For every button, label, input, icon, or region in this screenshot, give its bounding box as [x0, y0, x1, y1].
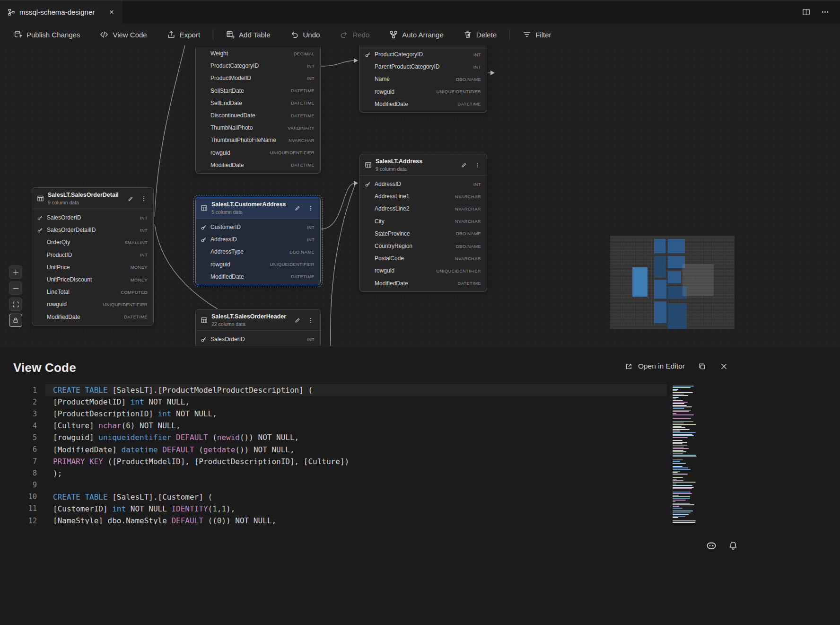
- toolbar-undo-button[interactable]: Undo: [280, 26, 330, 43]
- copy-code-icon[interactable]: [697, 361, 707, 371]
- code-line-4[interactable]: 4[Culture] nchar(6) NOT NULL,: [0, 420, 667, 431]
- minimap-line: [673, 400, 683, 401]
- column-row-ThumbNailPhoto[interactable]: ThumbNailPhotoVARBINARY: [196, 122, 320, 134]
- column-row-SalesOrderID[interactable]: SalesOrderIDINT: [196, 333, 320, 345]
- arrow-head: [490, 70, 495, 75]
- column-row-rowguid[interactable]: rowguidUNIQUEIDENTIFIER: [360, 264, 487, 277]
- column-row-AddressID[interactable]: AddressIDINT: [360, 178, 487, 190]
- column-row-ParentProductCategoryID[interactable]: ParentProductCategoryIDINT: [360, 61, 487, 73]
- code-line-11[interactable]: 11[CustomerID] int NOT NULL IDENTITY(1,1…: [0, 503, 667, 515]
- column-row-AddressLine1[interactable]: AddressLine1NVARCHAR: [360, 190, 487, 202]
- table-card-header[interactable]: SalesLT.SalesOrderDetail9 column data: [32, 188, 153, 209]
- toolbar-delete-button[interactable]: Delete: [454, 26, 507, 43]
- code-line-6[interactable]: 6[ModifiedDate] datetime DEFAULT (getdat…: [0, 443, 667, 455]
- column-row-SellEndDate[interactable]: SellEndDateDATETIME: [196, 97, 320, 109]
- copilot-icon[interactable]: [706, 540, 717, 551]
- column-row-AddressType[interactable]: AddressTypeDBO.NAME: [196, 246, 320, 258]
- toolbar-publish-changes-button[interactable]: Publish Changes: [4, 26, 90, 43]
- table-menu-icon[interactable]: [472, 160, 482, 170]
- toolbar-export-button[interactable]: Export: [157, 26, 210, 43]
- column-row-rowguid[interactable]: rowguidUNIQUEIDENTIFIER: [360, 86, 487, 98]
- column-row-ModifiedDate[interactable]: ModifiedDateDATETIME: [360, 277, 487, 290]
- column-type: DECIMAL: [294, 51, 315, 56]
- column-row-OrderQty[interactable]: OrderQtySMALLINT: [32, 236, 153, 248]
- column-row-CountryRegion[interactable]: CountryRegionDBO.NAME: [360, 240, 487, 252]
- table-menu-icon[interactable]: [306, 203, 315, 213]
- column-row-rowguid[interactable]: rowguidUNIQUEIDENTIFIER: [32, 298, 153, 310]
- code-line-10[interactable]: 10CREATE TABLE [SalesLT].[Customer] (: [0, 491, 667, 503]
- column-row-UnitPriceDiscount[interactable]: UnitPriceDiscountMONEY: [32, 273, 153, 286]
- table-card-header[interactable]: SalesLT.Address9 column data: [360, 154, 487, 176]
- diagram-minimap[interactable]: [610, 236, 735, 329]
- table-card-header[interactable]: SalesLT.SalesOrderHeader22 column data: [196, 309, 320, 331]
- lock-icon: [12, 317, 19, 324]
- column-row-ModifiedDate[interactable]: ModifiedDateDATETIME: [196, 271, 320, 283]
- column-row-Weight[interactable]: WeightDECIMAL: [196, 47, 320, 60]
- close-panel-icon[interactable]: [719, 361, 728, 371]
- tab-mssql-schema-designer[interactable]: mssql-schema-designer ×: [0, 0, 122, 24]
- code-line-8[interactable]: 8);: [0, 467, 667, 479]
- more-actions-icon[interactable]: [819, 7, 831, 18]
- table-card-address[interactable]: SalesLT.Address9 column dataAddressIDINT…: [359, 154, 487, 292]
- column-row-PostalCode[interactable]: PostalCodeNVARCHAR: [360, 252, 487, 264]
- toolbar-filter-button[interactable]: Filter: [513, 26, 561, 43]
- code-line-7[interactable]: 7PRIMARY KEY ([ProductModelID], [Product…: [0, 456, 667, 467]
- table-card-header[interactable]: SalesLT.CustomerAddress5 column data: [196, 197, 320, 219]
- column-row-ProductCategoryID[interactable]: ProductCategoryIDINT: [196, 60, 320, 72]
- toolbar-auto-arrange-button[interactable]: Auto Arrange: [379, 26, 454, 43]
- table-menu-icon[interactable]: [306, 316, 315, 325]
- column-row-DiscontinuedDate[interactable]: DiscontinuedDateDATETIME: [196, 109, 320, 122]
- column-row-City[interactable]: CityNVARCHAR: [360, 215, 487, 228]
- code-line-3[interactable]: 3[ProductDescriptionID] int NOT NULL,: [0, 408, 667, 420]
- code-line-12[interactable]: 12[NameStyle] dbo.NameStyle DEFAULT ((0)…: [0, 515, 667, 524]
- column-row-LineTotal[interactable]: LineTotalCOMPUTED: [32, 286, 153, 298]
- column-row-Name[interactable]: NameDBO.NAME: [360, 73, 487, 85]
- edit-table-icon[interactable]: [126, 194, 135, 203]
- column-row-rowguid[interactable]: rowguidUNIQUEIDENTIFIER: [196, 258, 320, 271]
- column-row-ModifiedDate[interactable]: ModifiedDateDATETIME: [196, 159, 320, 171]
- table-card-sales-order-header[interactable]: SalesLT.SalesOrderHeader22 column dataSa…: [195, 309, 321, 346]
- lock-button[interactable]: [9, 314, 22, 327]
- column-row-ProductID[interactable]: ProductIDINT: [32, 249, 153, 261]
- column-row-AddressID[interactable]: AddressIDINT: [196, 233, 320, 246]
- column-row-ProductModelID[interactable]: ProductModelIDINT: [196, 72, 320, 84]
- table-card-product[interactable]: WeightDECIMALProductCategoryIDINTProduct…: [195, 47, 321, 174]
- column-row-SalesOrderID[interactable]: SalesOrderIDINT: [32, 211, 153, 224]
- code-minimap[interactable]: [673, 385, 701, 524]
- column-row-ModifiedDate[interactable]: ModifiedDateDATETIME: [360, 98, 487, 110]
- column-row-ModifiedDate[interactable]: ModifiedDateDATETIME: [32, 311, 153, 323]
- zoom-out-button[interactable]: [9, 282, 22, 295]
- fit-view-button[interactable]: [9, 298, 22, 311]
- column-row-ProductCategoryID[interactable]: ProductCategoryIDINT: [360, 48, 487, 61]
- minimap-viewport[interactable]: [682, 264, 714, 296]
- code-line-9[interactable]: 9: [0, 479, 667, 491]
- column-row-rowguid[interactable]: rowguidUNIQUEIDENTIFIER: [196, 147, 320, 159]
- column-row-StateProvince[interactable]: StateProvinceDBO.NAME: [360, 228, 487, 240]
- edit-table-icon[interactable]: [459, 160, 469, 170]
- table-card-sales-order-detail[interactable]: SalesLT.SalesOrderDetail9 column dataSal…: [32, 187, 154, 326]
- zoom-in-button[interactable]: [9, 265, 22, 279]
- table-subtitle: 9 column data: [376, 166, 455, 172]
- table-card-customer-address[interactable]: SalesLT.CustomerAddress5 column dataCust…: [195, 197, 321, 285]
- close-tab-icon[interactable]: ×: [106, 7, 117, 18]
- edit-table-icon[interactable]: [293, 316, 302, 325]
- column-row-AddressLine2[interactable]: AddressLine2NVARCHAR: [360, 202, 487, 215]
- split-editor-icon[interactable]: [800, 7, 812, 18]
- code-editor[interactable]: 1CREATE TABLE [SalesLT].[ProductModelPro…: [0, 384, 667, 524]
- open-in-editor-button[interactable]: Open in Editor: [624, 361, 685, 371]
- code-line-2[interactable]: 2[ProductModelID] int NOT NULL,: [0, 396, 667, 408]
- column-row-ThumbnailPhotoFileName[interactable]: ThumbnailPhotoFileNameNVARCHAR: [196, 134, 320, 146]
- edit-table-icon[interactable]: [293, 203, 302, 213]
- code-line-5[interactable]: 5[rowguid] uniqueidentifier DEFAULT (new…: [0, 431, 667, 443]
- diagram-canvas[interactable]: WeightDECIMALProductCategoryIDINTProduct…: [0, 45, 840, 346]
- toolbar-add-table-button[interactable]: Add Table: [216, 26, 280, 43]
- column-row-SellStartDate[interactable]: SellStartDateDATETIME: [196, 85, 320, 97]
- toolbar-view-code-button[interactable]: View Code: [90, 26, 157, 43]
- table-card-product-category[interactable]: 5 column dataProductCategoryIDINTParentP…: [359, 45, 487, 113]
- code-line-1[interactable]: 1CREATE TABLE [SalesLT].[ProductModelPro…: [0, 384, 667, 396]
- bell-icon[interactable]: [727, 540, 739, 551]
- table-menu-icon[interactable]: [139, 194, 149, 203]
- column-row-CustomerID[interactable]: CustomerIDINT: [196, 221, 320, 233]
- column-row-SalesOrderDetailID[interactable]: SalesOrderDetailIDINT: [32, 224, 153, 236]
- column-row-UnitPrice[interactable]: UnitPriceMONEY: [32, 261, 153, 273]
